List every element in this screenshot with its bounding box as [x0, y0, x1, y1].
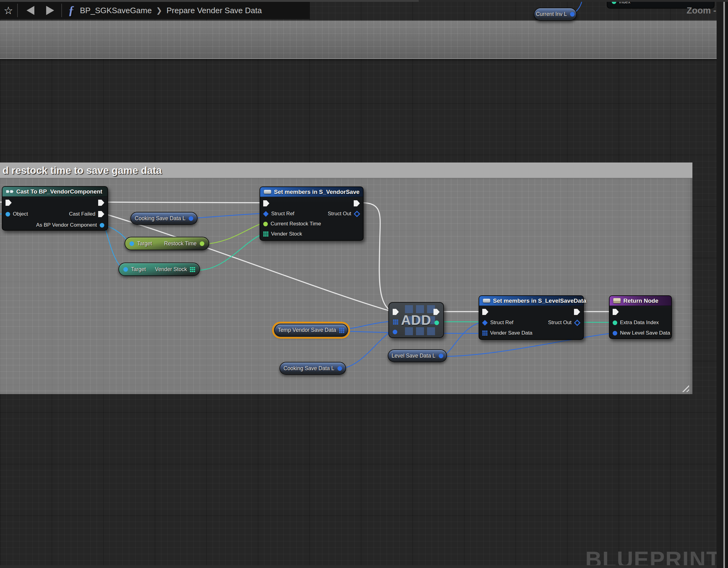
top-edge-strip-right — [419, 0, 728, 2]
cooking-save-output-pin[interactable] — [337, 366, 342, 371]
add-output-pin[interactable] — [434, 320, 439, 325]
wire-cooking-structref — [191, 213, 261, 218]
pin-row — [393, 318, 398, 326]
wire-exec-setvendor-add — [361, 203, 393, 312]
struct-out-pin[interactable] — [574, 319, 580, 326]
node-header[interactable]: Cast To BP_VendorComponent — [2, 187, 107, 197]
key-pin[interactable] — [393, 330, 397, 334]
pin-row — [393, 308, 399, 316]
exec-in-pin[interactable] — [482, 309, 488, 315]
node-temp-vendor-save-data[interactable]: Temp Vendor Save Data — [274, 324, 348, 336]
pin-label: Target — [137, 240, 152, 247]
exec-out-pin[interactable] — [98, 200, 104, 206]
restock-time-output-pin[interactable] — [200, 241, 204, 246]
pin-row: New Level Save Data — [613, 329, 670, 337]
toolbar-divider — [61, 4, 62, 17]
node-return[interactable]: Return Node Extra Data Index New Level S… — [609, 295, 672, 339]
forward-arrow-icon[interactable] — [46, 6, 54, 15]
node-cooking-save-data-l-top[interactable]: Cooking Save Data L — [130, 212, 198, 225]
pin-row: As BP Vendor Component — [36, 221, 104, 229]
favorite-star-icon[interactable]: ☆ — [4, 5, 13, 16]
pin-row: Struct Out — [548, 319, 580, 327]
wire-temp-addgrid — [341, 321, 391, 330]
pin-row: Struct Ref — [482, 319, 514, 327]
exec-out-pin[interactable] — [574, 309, 580, 315]
graph-breadcrumb-bar: ☆ ƒ BP_SGKSaveGame ❯ Prepare Vender Save… — [0, 2, 310, 19]
node-header[interactable]: Set members in S_LevelSaveData — [479, 296, 583, 306]
pin-row: Struct Out — [328, 210, 360, 218]
object-pin[interactable] — [6, 212, 10, 217]
current-inv-output-pin[interactable] — [570, 12, 575, 17]
pin-label: Vender Stock — [271, 231, 302, 237]
pin-row — [98, 199, 104, 207]
pin-row — [354, 199, 360, 207]
pin-row: Vender Stock — [263, 230, 302, 238]
variable-label: Cooking Save Data L — [283, 365, 334, 372]
breadcrumb-current[interactable]: Prepare Vender Save Data — [167, 6, 262, 15]
temp-vendor-output-pin[interactable] — [339, 328, 341, 329]
node-header[interactable]: Set members in S_VendorSave — [260, 187, 363, 197]
target-map-pin[interactable] — [393, 320, 395, 321]
exec-in-pin[interactable] — [393, 309, 399, 315]
exec-in-pin[interactable] — [613, 309, 619, 315]
node-set-members-s-levelsavedata[interactable]: Set members in S_LevelSaveData Struct Re… — [479, 295, 584, 340]
return-icon — [613, 298, 621, 303]
map-grid-watermark-icon — [405, 305, 413, 313]
breadcrumb-root[interactable]: BP_SGKSaveGame — [80, 6, 152, 15]
node-level-save-data-l[interactable]: Level Save Data L — [388, 349, 447, 362]
node-cast-to-bp-vendorcomponent[interactable]: Cast To BP_VendorComponent Object Cast F… — [2, 186, 108, 231]
pin-label: Cast Failed — [69, 211, 95, 217]
exec-out-pin[interactable] — [354, 200, 360, 206]
pin-row — [434, 319, 439, 327]
variable-label: Current Inv L — [536, 11, 567, 17]
vender-save-data-pin[interactable] — [482, 331, 484, 332]
struct-ref-pin[interactable] — [482, 320, 487, 325]
level-save-output-pin[interactable] — [439, 354, 443, 358]
back-arrow-icon[interactable] — [26, 6, 34, 15]
pin-label: Current Restock Time — [271, 221, 321, 227]
node-add[interactable]: ADD — [388, 302, 444, 338]
node-header[interactable]: Return Node — [610, 296, 671, 306]
pin-label: Struct Out — [548, 320, 572, 326]
struct-icon — [483, 299, 490, 303]
target-pin[interactable] — [129, 241, 134, 246]
target-pin[interactable] — [123, 267, 128, 272]
as-bp-vendor-component-pin[interactable] — [100, 223, 104, 228]
window-right-edge — [725, 0, 728, 568]
pin-row — [482, 308, 488, 316]
exec-out-pin[interactable] — [433, 309, 440, 315]
node-set-members-s-vendorsave[interactable]: Set members in S_VendorSave Struct Ref S… — [260, 186, 364, 241]
variable-label: Level Save Data L — [392, 353, 436, 359]
node-title: Set members in S_LevelSaveData — [493, 297, 586, 304]
pin-row — [263, 199, 269, 207]
vender-stock-pin[interactable] — [263, 232, 265, 233]
pin-row: Object — [6, 210, 28, 218]
function-icon: ƒ — [68, 3, 74, 17]
struct-out-pin[interactable] — [354, 210, 360, 217]
extra-data-index-pin[interactable] — [613, 320, 617, 325]
cooking-save-output-pin[interactable] — [189, 216, 193, 221]
current-restock-time-pin[interactable] — [263, 222, 268, 226]
pin-row: Cast Failed — [69, 210, 104, 218]
exec-in-pin[interactable] — [263, 200, 269, 206]
pin-row: Struct Ref — [263, 210, 295, 218]
pin-row: Extra Data Index — [613, 319, 659, 327]
vender-stock-output-pin[interactable] — [190, 267, 191, 269]
node-title: Cast To BP_VendorComponent — [16, 188, 102, 195]
new-level-save-data-pin[interactable] — [613, 331, 617, 336]
pin-label: Extra Data Index — [620, 320, 659, 326]
cast-failed-pin[interactable] — [98, 211, 104, 217]
node-get-vender-stock[interactable]: Target Vender Stock — [118, 263, 200, 276]
node-cooking-save-data-l-bottom[interactable]: Cooking Save Data L — [279, 362, 346, 375]
node-get-restock-time[interactable]: Target Restock Time — [125, 237, 209, 250]
variable-label: Restock Time — [164, 240, 197, 247]
window-bottom-edge — [0, 565, 728, 568]
node-current-inv-l[interactable]: Current Inv L — [534, 8, 577, 21]
struct-icon — [264, 190, 271, 194]
exec-in-pin[interactable] — [6, 200, 12, 206]
struct-ref-pin[interactable] — [263, 211, 268, 217]
breadcrumb-chevron-icon: ❯ — [156, 6, 162, 15]
pin-label: Struct Ref — [271, 211, 295, 217]
top-edge-strip-left — [0, 0, 419, 2]
pin-row — [433, 308, 440, 316]
